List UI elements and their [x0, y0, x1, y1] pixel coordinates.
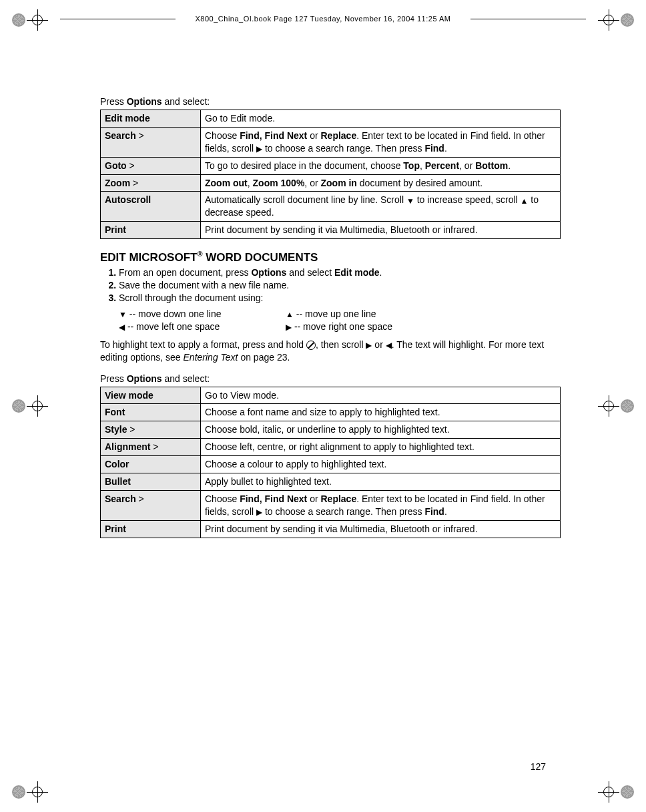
- options-table-1: Edit modeGo to Edit mode.Search >Choose …: [100, 110, 561, 239]
- section-heading: EDIT MICROSOFT® WORD DOCUMENTS: [100, 250, 561, 264]
- intro-line-1: Press Options and select:: [100, 96, 561, 107]
- option-description: Automatically scroll document line by li…: [201, 192, 561, 222]
- options-table-2: View modeGo to View mode.FontChoose a fo…: [100, 387, 561, 538]
- arrow-item: ▶ -- move right one space: [286, 321, 452, 332]
- option-label: Color: [101, 456, 201, 473]
- crop-mark-bl: [12, 784, 45, 800]
- table-row: Goto >To go to desired place in the docu…: [101, 157, 561, 174]
- page-number: 127: [531, 761, 546, 772]
- option-description: Zoom out, Zoom 100%, or Zoom in document…: [201, 174, 561, 192]
- table-row: AutoscrollAutomatically scroll document …: [101, 192, 561, 222]
- table-row: Search >Choose Find, Find Next or Replac…: [101, 490, 561, 520]
- crop-mark-tr: [601, 12, 634, 28]
- option-label: View mode: [101, 387, 201, 404]
- option-label: Bullet: [101, 473, 201, 491]
- table-row: View modeGo to View mode.: [101, 387, 561, 404]
- crop-mark-ml: [12, 398, 45, 414]
- option-description: Apply bullet to highlighted text.: [201, 473, 561, 491]
- option-label: Search >: [101, 127, 201, 157]
- option-description: Choose a colour to apply to highlighted …: [201, 456, 561, 473]
- option-description: Choose Find, Find Next or Replace. Enter…: [201, 127, 561, 157]
- option-label: Style >: [101, 421, 201, 439]
- list-item: Scroll through the document using:: [119, 292, 561, 303]
- header-text: X800_China_OI.book Page 127 Tuesday, Nov…: [196, 15, 451, 23]
- page-header-bar: X800_China_OI.book Page 127 Tuesday, Nov…: [60, 15, 586, 23]
- steps-list: From an open document, press Options and…: [100, 267, 561, 303]
- crop-mark-br: [601, 784, 634, 800]
- option-label: Autoscroll: [101, 192, 201, 222]
- option-description: Print document by sending it via Multime…: [201, 222, 561, 239]
- option-label: Edit mode: [101, 110, 201, 128]
- option-description: Go to Edit mode.: [201, 110, 561, 128]
- table-row: PrintPrint document by sending it via Mu…: [101, 222, 561, 239]
- option-label: Print: [101, 222, 201, 239]
- option-label: Font: [101, 404, 201, 421]
- table-row: Edit modeGo to Edit mode.: [101, 110, 561, 128]
- option-description: Choose a font name and size to apply to …: [201, 404, 561, 421]
- option-label: Search >: [101, 490, 201, 520]
- page-content: Press Options and select: Edit modeGo to…: [100, 87, 561, 549]
- option-label: Alignment >: [101, 439, 201, 456]
- list-item: From an open document, press Options and…: [119, 267, 561, 278]
- option-description: Choose left, centre, or right alignment …: [201, 439, 561, 456]
- option-description: Go to View mode.: [201, 387, 561, 404]
- table-row: Search >Choose Find, Find Next or Replac…: [101, 127, 561, 157]
- highlight-paragraph: To highlight text to apply a format, pre…: [100, 339, 561, 364]
- option-label: Print: [101, 520, 201, 538]
- table-row: FontChoose a font name and size to apply…: [101, 404, 561, 421]
- arrow-item: ◀ -- move left one space: [119, 321, 286, 332]
- arrow-item: ▼ -- move down one line: [119, 309, 286, 319]
- table-row: Style >Choose bold, italic, or underline…: [101, 421, 561, 439]
- crop-mark-tl: [12, 12, 45, 28]
- option-label: Goto >: [101, 157, 201, 174]
- crop-mark-mr: [601, 398, 634, 414]
- arrow-grid: ▼ -- move down one line▲ -- move up one …: [119, 309, 561, 332]
- option-description: Print document by sending it via Multime…: [201, 520, 561, 538]
- list-item: Save the document with a new file name.: [119, 280, 561, 290]
- option-description: To go to desired place in the document, …: [201, 157, 561, 174]
- table-row: BulletApply bullet to highlighted text.: [101, 473, 561, 491]
- table-row: ColorChoose a colour to apply to highlig…: [101, 456, 561, 473]
- option-label: Zoom >: [101, 174, 201, 192]
- table-row: Zoom >Zoom out, Zoom 100%, or Zoom in do…: [101, 174, 561, 192]
- option-description: Choose Find, Find Next or Replace. Enter…: [201, 490, 561, 520]
- arrow-item: ▲ -- move up one line: [286, 309, 452, 319]
- table-row: PrintPrint document by sending it via Mu…: [101, 520, 561, 538]
- option-description: Choose bold, italic, or underline to app…: [201, 421, 561, 439]
- intro-line-2: Press Options and select:: [100, 373, 561, 384]
- table-row: Alignment >Choose left, centre, or right…: [101, 439, 561, 456]
